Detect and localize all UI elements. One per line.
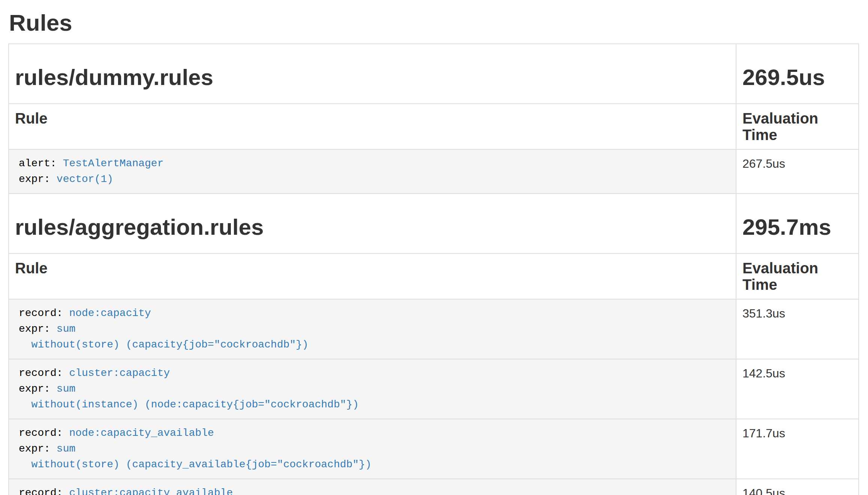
rule-row: record: cluster:capacity expr: sum witho… — [9, 359, 859, 419]
rule-code: record: cluster:capacity_available expr:… — [19, 485, 730, 495]
page-title: Rules — [9, 10, 859, 35]
rule-row: record: node:capacity_available expr: su… — [9, 419, 859, 479]
rule-code: record: cluster:capacity expr: sum witho… — [19, 365, 730, 413]
rule-row: record: cluster:capacity_available expr:… — [9, 479, 859, 495]
rule-cell: record: cluster:capacity expr: sum witho… — [9, 359, 736, 419]
rule-evaluation-time: 267.5us — [736, 149, 859, 194]
rule-name-link[interactable]: node:capacity — [69, 307, 151, 319]
rule-evaluation-time: 171.7us — [736, 419, 859, 479]
rule-name-link[interactable]: node:capacity_available — [69, 427, 214, 439]
rule-keyword: alert: — [19, 158, 63, 169]
rule-cell: record: node:capacity_available expr: su… — [9, 419, 736, 479]
rule-keyword: record: — [19, 427, 69, 439]
rule-group-file-cell: rules/dummy.rules — [9, 44, 736, 104]
rule-expr-link[interactable]: vector(1) — [57, 173, 113, 185]
rule-group-evaluation-time: 269.5us — [742, 65, 852, 90]
expr-keyword: expr: — [19, 173, 57, 185]
rules-table: rules/dummy.rules269.5usRuleEvaluation T… — [8, 43, 859, 495]
rule-evaluation-time: 142.5us — [736, 359, 859, 419]
expr-keyword: expr: — [19, 323, 57, 335]
rules-page: Rules rules/dummy.rules269.5usRuleEvalua… — [0, 0, 868, 495]
rule-expr-link[interactable]: sum without(store) (capacity{job="cockro… — [19, 323, 308, 350]
rule-cell: record: node:capacity expr: sum without(… — [9, 299, 736, 359]
rule-group-evaluation-time: 295.7ms — [742, 215, 852, 240]
rule-row: record: node:capacity expr: sum without(… — [9, 299, 859, 359]
rule-expr-link[interactable]: sum without(instance) (node:capacity{job… — [19, 383, 359, 410]
rule-cell: alert: TestAlertManager expr: vector(1) — [9, 149, 736, 194]
expr-keyword: expr: — [19, 383, 57, 395]
expr-keyword: expr: — [19, 443, 57, 455]
rule-evaluation-time: 351.3us — [736, 299, 859, 359]
rule-cell: record: cluster:capacity_available expr:… — [9, 479, 736, 495]
rule-evaluation-time: 140.5us — [736, 479, 859, 495]
rule-keyword: record: — [19, 307, 69, 319]
rule-expr-link[interactable]: sum without(store) (capacity_available{j… — [19, 443, 371, 470]
rule-keyword: record: — [19, 487, 69, 495]
rule-name-link[interactable]: cluster:capacity — [69, 367, 170, 379]
rule-code: record: node:capacity expr: sum without(… — [19, 306, 730, 353]
rule-name-link[interactable]: cluster:capacity_available — [69, 487, 233, 495]
rule-group-time-cell: 269.5us — [736, 44, 859, 104]
rule-group-file-cell: rules/aggregation.rules — [9, 194, 736, 253]
rule-row: alert: TestAlertManager expr: vector(1)2… — [9, 149, 859, 194]
rule-name-link[interactable]: TestAlertManager — [63, 158, 164, 169]
evaluation-time-column-header: Evaluation Time — [736, 253, 859, 299]
rule-column-header: Rule — [9, 104, 736, 149]
rule-group-file: rules/dummy.rules — [15, 65, 730, 90]
rule-group-time-cell: 295.7ms — [736, 194, 859, 253]
evaluation-time-column-header: Evaluation Time — [736, 104, 859, 149]
rule-table-header-row: RuleEvaluation Time — [9, 104, 859, 149]
rule-group-row: rules/dummy.rules269.5us — [9, 44, 859, 104]
rule-keyword: record: — [19, 367, 69, 379]
rule-code: record: node:capacity_available expr: su… — [19, 425, 730, 473]
rule-column-header: Rule — [9, 253, 736, 299]
rule-group-file: rules/aggregation.rules — [15, 215, 730, 240]
rule-group-row: rules/aggregation.rules295.7ms — [9, 194, 859, 253]
rule-table-header-row: RuleEvaluation Time — [9, 253, 859, 299]
rule-code: alert: TestAlertManager expr: vector(1) — [19, 156, 730, 187]
